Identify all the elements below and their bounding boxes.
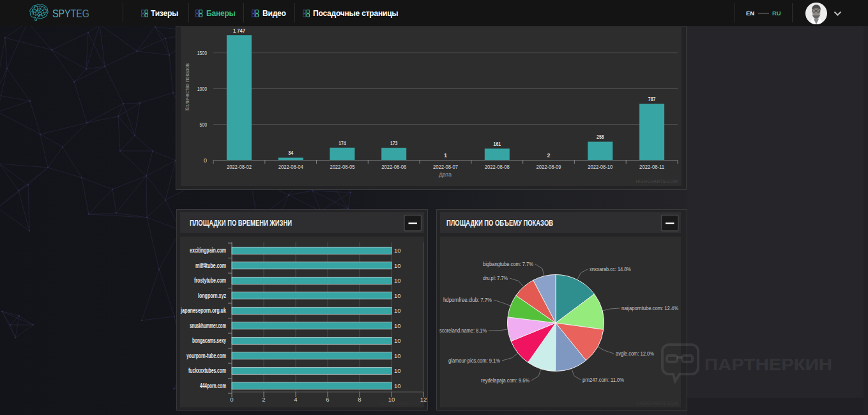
svg-text:1000: 1000 xyxy=(197,85,207,92)
svg-text:0: 0 xyxy=(230,396,233,403)
svg-text:scoreland.name: 8.1%: scoreland.name: 8.1% xyxy=(439,327,487,334)
svg-text:prn247.com: 11.0%: prn247.com: 11.0% xyxy=(582,377,624,383)
svg-text:HIGHCHARTS.COM: HIGHCHARTS.COM xyxy=(380,401,422,405)
svg-text:2022-08-05: 2022-08-05 xyxy=(330,163,354,170)
svg-text:444porn.com: 444porn.com xyxy=(200,382,226,389)
svg-text:173: 173 xyxy=(390,140,398,146)
svg-text:reydelapaja.com: 9.6%: reydelapaja.com: 9.6% xyxy=(481,377,529,384)
svg-text:glamour-pics.com: 9.1%: glamour-pics.com: 9.1% xyxy=(448,357,500,364)
svg-text:6: 6 xyxy=(326,396,329,403)
svg-text:snuskhummer.com: snuskhummer.com xyxy=(190,322,226,329)
svg-text:1500: 1500 xyxy=(197,49,207,56)
svg-text:2022-08-10: 2022-08-10 xyxy=(588,163,613,170)
svg-text:787: 787 xyxy=(648,96,656,102)
svg-text:SPYTEG: SPYTEG xyxy=(52,8,89,20)
svg-text:HIGHCHARTS.COM: HIGHCHARTS.COM xyxy=(637,401,678,405)
svg-text:10: 10 xyxy=(394,352,401,359)
svg-text:japaneseporn.org.uk: japaneseporn.org.uk xyxy=(180,307,226,314)
svg-text:ПЛОЩАДКИ ПО ВРЕМЕНИ ЖИЗНИ: ПЛОЩАДКИ ПО ВРЕМЕНИ ЖИЗНИ xyxy=(190,219,292,228)
svg-text:10: 10 xyxy=(394,262,401,269)
svg-text:10: 10 xyxy=(394,337,401,344)
svg-text:milf4tube.com: milf4tube.com xyxy=(195,262,226,269)
svg-text:2022-08-04: 2022-08-04 xyxy=(278,163,303,170)
svg-text:10: 10 xyxy=(394,307,401,314)
svg-text:2022-08-02: 2022-08-02 xyxy=(227,163,252,170)
svg-text:hdpornfree.club: 7.7%: hdpornfree.club: 7.7% xyxy=(443,297,492,303)
svg-text:10: 10 xyxy=(394,292,401,299)
svg-text:2: 2 xyxy=(262,396,265,403)
svg-text:fuckxxxtubes.com: fuckxxxtubes.com xyxy=(188,367,226,374)
svg-text:Дата: Дата xyxy=(439,171,452,178)
svg-text:2022-08-07: 2022-08-07 xyxy=(433,163,458,170)
svg-text:34: 34 xyxy=(288,150,293,156)
svg-text:1: 1 xyxy=(444,152,447,159)
svg-text:naijaporntube.com: 12.4%: naijaporntube.com: 12.4% xyxy=(621,305,678,311)
svg-text:4: 4 xyxy=(294,396,297,403)
svg-text:bigbangtube.com: 7.7%: bigbangtube.com: 7.7% xyxy=(483,261,533,267)
svg-text:10: 10 xyxy=(394,322,401,329)
svg-text:dru.pl: 7.7%: dru.pl: 7.7% xyxy=(483,275,508,281)
svg-text:258: 258 xyxy=(597,134,604,140)
svg-text:2022-08-11: 2022-08-11 xyxy=(639,163,664,170)
svg-text:bongacams.sexy: bongacams.sexy xyxy=(192,337,226,344)
svg-text:ПАРТНЕРКИН: ПАРТНЕРКИН xyxy=(704,355,832,374)
svg-text:161: 161 xyxy=(494,141,501,147)
svg-text:2022-08-08: 2022-08-08 xyxy=(485,163,510,170)
svg-text:longporn.xyz: longporn.xyz xyxy=(198,292,226,299)
svg-text:10: 10 xyxy=(394,367,401,374)
svg-text:2022-08-06: 2022-08-06 xyxy=(381,163,406,170)
svg-text:2: 2 xyxy=(547,152,551,159)
svg-text:10: 10 xyxy=(394,277,401,284)
svg-text:10: 10 xyxy=(394,247,401,254)
svg-text:avgle.com: 12.0%: avgle.com: 12.0% xyxy=(616,350,654,357)
svg-text:8: 8 xyxy=(358,396,361,403)
svg-text:xnxxarab.cc: 14.8%: xnxxarab.cc: 14.8% xyxy=(590,266,631,272)
svg-text:Количество показов: Количество показов xyxy=(184,63,190,111)
svg-text:10: 10 xyxy=(394,382,401,389)
svg-text:yourporn-tube.com: yourporn-tube.com xyxy=(187,352,226,359)
svg-text:174: 174 xyxy=(339,140,346,146)
svg-text:1 747: 1 747 xyxy=(233,27,245,34)
svg-text:HIGHCHARTS.COM: HIGHCHARTS.COM xyxy=(636,179,678,184)
svg-text:0: 0 xyxy=(204,157,207,164)
svg-text:excitingpain.com: excitingpain.com xyxy=(190,247,226,254)
svg-text:2022-08-09: 2022-08-09 xyxy=(537,163,561,170)
svg-text:500: 500 xyxy=(200,121,208,128)
svg-text:frostytube.com: frostytube.com xyxy=(194,277,226,284)
svg-text:ПЛОЩАДКИ ПО ОБЪЕМУ ПОКАЗОВ: ПЛОЩАДКИ ПО ОБЪЕМУ ПОКАЗОВ xyxy=(446,219,553,228)
